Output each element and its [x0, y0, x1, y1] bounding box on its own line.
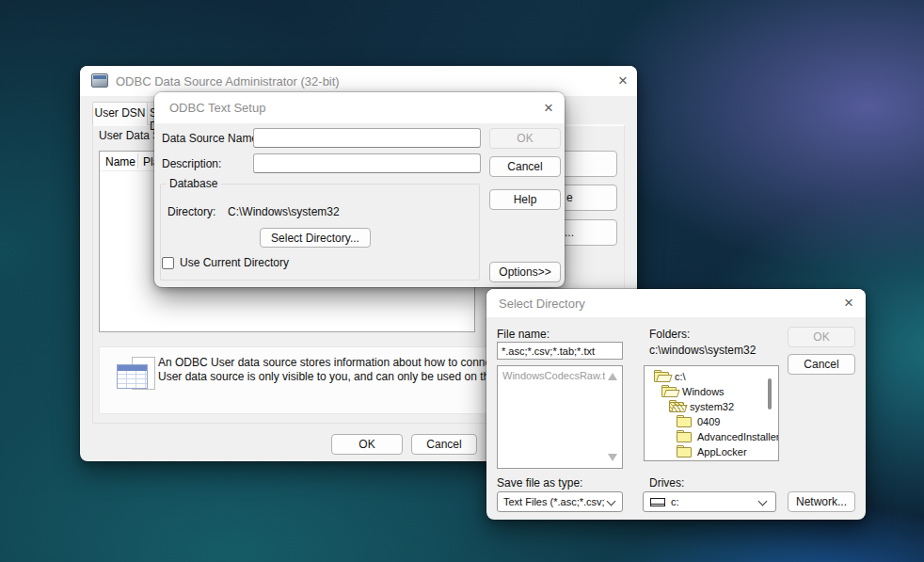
use-current-directory-label: Use Current Directory [180, 256, 289, 269]
chevron-down-icon [758, 497, 768, 506]
use-current-directory-checkbox[interactable] [162, 257, 174, 269]
select-directory-dialog: Select Directory × File name: WindowsCod… [486, 289, 866, 520]
folders-path: c:\windows\system32 [649, 344, 756, 357]
tree-scrollbar-thumb[interactable] [768, 378, 772, 409]
scroll-down-icon[interactable] [608, 454, 617, 461]
setup-cancel-button[interactable]: Cancel [489, 156, 561, 177]
tree-item-c-drive[interactable]: c:\ [645, 370, 778, 385]
close-icon[interactable]: × [613, 71, 633, 91]
chevron-down-icon [607, 497, 616, 506]
current-open-folder-icon [669, 400, 686, 413]
directory-label: Directory: [167, 205, 215, 218]
odbc-app-icon [91, 73, 108, 88]
directory-value: C:\Windows\system32 [228, 205, 340, 218]
file-list[interactable]: WindowsCodecsRaw.txt [497, 365, 623, 469]
save-file-as-type-label: Save file as type: [497, 476, 582, 490]
tab-user-dsn-label: User DSN [94, 106, 145, 120]
tree-item-label: c:\ [675, 371, 686, 382]
configure-button-label-fragment: ... [565, 226, 574, 239]
tab-user-dsn[interactable]: User DSN [92, 102, 148, 125]
save-type-dropdown[interactable]: Text Files (*.asc;*.csv;*. [497, 491, 623, 512]
tree-item-label: AppLocker [697, 446, 747, 458]
tree-item-applocker[interactable]: AppLocker [645, 445, 778, 460]
open-folder-icon [661, 385, 678, 398]
admin-cancel-button[interactable]: Cancel [411, 434, 477, 455]
scroll-up-icon[interactable] [608, 373, 617, 380]
closed-folder-icon [677, 415, 693, 428]
text-setup-titlebar[interactable]: ODBC Text Setup × [154, 92, 565, 123]
data-source-name-input[interactable] [253, 128, 481, 148]
remove-button-label-fragment: e [566, 191, 573, 204]
closed-folder-icon [677, 430, 693, 443]
open-folder-icon [654, 370, 671, 383]
column-name[interactable]: Name [105, 155, 135, 169]
tree-item-label: AdvancedInstallers [697, 431, 779, 442]
tree-item-windows[interactable]: Windows [645, 385, 778, 400]
desktop-wallpaper: ODBC Data Source Administrator (32-bit) … [0, 0, 924, 562]
seldir-cancel-button[interactable]: Cancel [788, 354, 855, 375]
select-directory-button[interactable]: Select Directory... [260, 228, 371, 248]
odbc-text-setup-dialog: ODBC Text Setup × Data Source Name: Desc… [154, 92, 565, 287]
close-icon[interactable]: × [538, 98, 559, 119]
tree-item-label: 0409 [697, 416, 720, 427]
tree-item-label: Windows [682, 386, 725, 397]
file-name-input[interactable] [497, 342, 623, 360]
drives-label: Drives: [649, 476, 684, 490]
file-name-label: File name: [497, 328, 550, 341]
tree-item-advancedinstallers[interactable]: AdvancedInstallers [645, 430, 778, 445]
database-group-label: Database [166, 177, 221, 190]
closed-folder-icon [677, 445, 693, 458]
setup-ok-button[interactable]: OK [489, 128, 561, 149]
setup-options-button[interactable]: Options>> [489, 262, 561, 282]
save-type-value: Text Files (*.asc;*.csv;*. [503, 496, 605, 507]
tree-item-system32[interactable]: system32 [645, 400, 778, 415]
drive-icon [650, 498, 665, 506]
admin-ok-button[interactable]: OK [331, 434, 403, 455]
tree-item-label: system32 [690, 401, 734, 412]
setup-help-button[interactable]: Help [489, 189, 561, 210]
close-icon[interactable]: × [838, 293, 859, 313]
tree-item-0409[interactable]: 0409 [645, 415, 778, 430]
drives-dropdown[interactable]: c: [643, 491, 776, 512]
folder-tree[interactable]: c:\ Windows system32 0409 AdvancedInstal… [644, 365, 779, 461]
data-source-name-label: Data Source Name: [162, 132, 261, 145]
network-button[interactable]: Network... [788, 491, 855, 512]
drives-value: c: [671, 496, 679, 507]
column-divider[interactable] [137, 153, 138, 169]
odbc-admin-title: ODBC Data Source Administrator (32-bit) [116, 74, 340, 88]
text-setup-title: ODBC Text Setup [169, 101, 265, 115]
folders-label: Folders: [649, 328, 690, 341]
select-directory-titlebar[interactable]: Select Directory × [486, 289, 866, 317]
file-list-item[interactable]: WindowsCodecsRaw.txt [502, 370, 605, 381]
seldir-ok-button[interactable]: OK [788, 327, 855, 347]
description-input[interactable] [253, 153, 481, 173]
select-directory-title: Select Directory [499, 297, 585, 311]
description-label: Description: [162, 157, 221, 170]
